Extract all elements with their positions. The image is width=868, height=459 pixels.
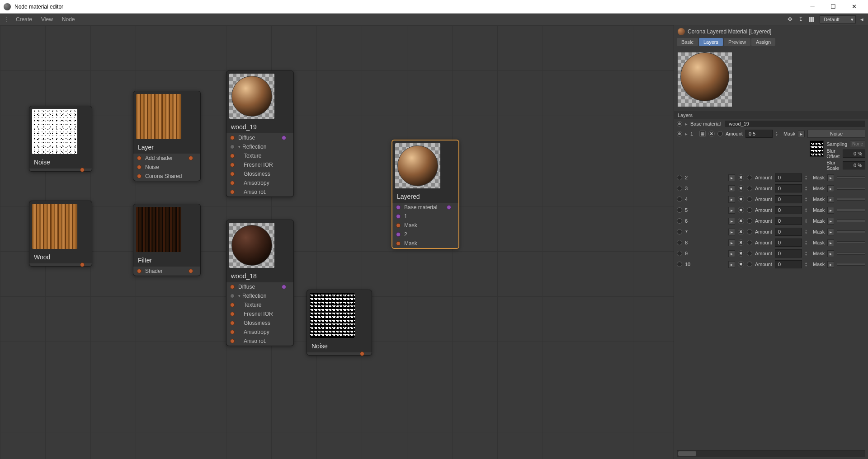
node-wood-18[interactable]: wood_18 Diffuse ▾Reflection Texture Fres… [226, 220, 294, 346]
mask-value-button[interactable] [837, 187, 865, 190]
amount-field[interactable]: 0 [775, 249, 802, 258]
slot-arrow-icon[interactable]: ▸ [728, 207, 735, 214]
mask-value-button[interactable] [837, 176, 865, 179]
layer-clear-icon[interactable]: ✖ [738, 229, 744, 235]
node-layered[interactable]: Layered Base material 1 Mask 2 Mask [392, 140, 459, 249]
output-port[interactable] [447, 205, 451, 210]
node-noise-1[interactable]: Noise [29, 106, 92, 172]
sampling-value[interactable]: None [850, 141, 865, 147]
slot-arrow-icon[interactable]: ▸ [728, 261, 735, 268]
mask-arrow-icon[interactable]: ▸ [827, 261, 834, 268]
move-icon[interactable]: ✥ [785, 15, 794, 24]
mask-value-button[interactable] [837, 198, 865, 201]
amount-field[interactable]: 0 [775, 173, 802, 182]
input-port[interactable] [396, 214, 401, 219]
layer-clear-icon[interactable]: ✖ [738, 239, 744, 246]
mask-value-button[interactable] [837, 252, 865, 255]
layer-clear-icon[interactable]: ✖ [738, 218, 744, 224]
output-port[interactable] [189, 269, 193, 273]
input-port[interactable] [230, 321, 235, 325]
grid-icon[interactable] [807, 15, 816, 24]
mask-value-button[interactable] [837, 263, 865, 266]
tab-basic[interactable]: Basic [677, 38, 698, 46]
mask-value-button[interactable]: Noise [807, 130, 865, 138]
preset-dropdown[interactable]: Default [820, 15, 856, 23]
radio-amount[interactable] [747, 207, 752, 213]
input-port[interactable] [230, 163, 235, 167]
node-wood[interactable]: Wood [29, 201, 92, 267]
node-noise-2[interactable]: Noise [307, 290, 372, 356]
input-port[interactable] [230, 190, 235, 194]
tab-assign[interactable]: Assign [751, 38, 775, 46]
radio-base[interactable] [677, 121, 682, 126]
layer-clear-icon[interactable]: ✖ [738, 261, 744, 267]
input-port[interactable] [230, 294, 235, 298]
close-button[interactable]: ✕ [844, 0, 864, 14]
collapse-sidebar-icon[interactable]: ◂ [860, 16, 863, 23]
radio-layer[interactable] [677, 197, 682, 202]
mask-thumbnail[interactable] [810, 141, 824, 157]
amount-field[interactable]: 0 [775, 206, 802, 214]
radio-amount[interactable] [747, 240, 752, 245]
input-port[interactable] [230, 136, 235, 140]
mask-arrow-icon[interactable]: ▸ [798, 131, 805, 137]
tab-preview[interactable]: Preview [724, 38, 750, 46]
radio-layer-1[interactable] [677, 131, 682, 136]
radio-amount[interactable] [747, 186, 752, 191]
base-material-value[interactable]: wood_19 [725, 121, 865, 127]
radio-amount[interactable] [747, 251, 752, 256]
input-port[interactable] [396, 223, 401, 228]
layer-clear-icon[interactable]: ✖ [738, 207, 744, 213]
input-port[interactable] [230, 285, 235, 289]
amount-field[interactable]: 0 [775, 260, 802, 268]
radio-layer[interactable] [677, 175, 682, 180]
minimize-button[interactable]: ─ [802, 0, 823, 14]
mask-value-button[interactable] [837, 209, 865, 211]
radio-amount[interactable] [747, 218, 752, 224]
mask-arrow-icon[interactable]: ▸ [827, 185, 834, 192]
input-port[interactable] [396, 241, 401, 246]
node-layer[interactable]: Layer Add shader Noise Corona Shared [133, 91, 201, 181]
mask-arrow-icon[interactable]: ▸ [827, 174, 834, 181]
layer-clear-icon[interactable]: ✖ [738, 174, 744, 181]
slot-arrow-icon[interactable]: ▸ [728, 174, 735, 181]
output-port[interactable] [282, 136, 286, 140]
input-port[interactable] [137, 156, 142, 160]
output-port[interactable] [80, 168, 85, 172]
radio-layer[interactable] [677, 186, 682, 191]
radio-layer[interactable] [677, 229, 682, 234]
material-preview[interactable] [678, 52, 732, 107]
radio-layer[interactable] [677, 207, 682, 213]
amount-field[interactable]: 0 [775, 228, 802, 236]
input-port[interactable] [230, 181, 235, 185]
amount-field[interactable]: 0 [775, 217, 802, 225]
slot-arrow-icon[interactable]: ▸ [728, 250, 735, 257]
output-port[interactable] [282, 285, 286, 289]
mask-arrow-icon[interactable]: ▸ [827, 207, 834, 214]
mask-arrow-icon[interactable]: ▸ [827, 250, 834, 257]
output-port[interactable] [189, 156, 193, 160]
layer-clear-icon[interactable]: ✖ [738, 196, 744, 202]
node-filter[interactable]: Filter Shader [133, 204, 201, 276]
layer-clear-icon[interactable]: ✖ [738, 250, 744, 257]
input-port[interactable] [230, 312, 235, 316]
menu-create[interactable]: Create [11, 14, 37, 24]
slot-arrow-icon[interactable]: ▸ [728, 229, 735, 235]
mask-value-button[interactable] [837, 220, 865, 222]
input-port[interactable] [137, 165, 142, 169]
node-canvas[interactable]: Noise Wood Layer Add shader Noise Corona… [0, 25, 674, 459]
layer-clear-icon[interactable]: ✖ [738, 185, 744, 192]
mask-arrow-icon[interactable]: ▸ [827, 196, 834, 203]
input-port[interactable] [230, 330, 235, 334]
amount-field[interactable]: 0.5 [745, 130, 773, 138]
radio-amount[interactable] [747, 262, 752, 267]
layer-slot-icon[interactable]: ▦ [699, 131, 706, 137]
radio-layer[interactable] [677, 240, 682, 245]
input-port[interactable] [137, 174, 142, 178]
blur-offset-field[interactable]: 0 % [843, 150, 865, 158]
output-port[interactable] [80, 262, 85, 267]
input-port[interactable] [396, 205, 401, 210]
input-port[interactable] [230, 339, 235, 343]
input-port[interactable] [230, 145, 235, 149]
menu-view[interactable]: View [37, 14, 57, 24]
